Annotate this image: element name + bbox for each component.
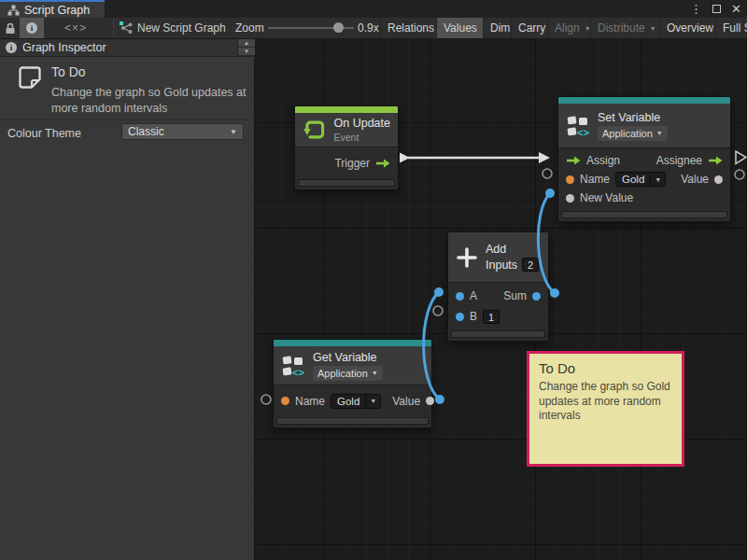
chevron-down-icon: ▼ xyxy=(650,25,656,32)
port-trigger-label: Trigger xyxy=(334,157,370,170)
inspector-note-body: Change the graph so Gold updates at more… xyxy=(51,85,251,117)
value-output-port[interactable] xyxy=(714,175,723,184)
port-value-label: Value xyxy=(392,395,420,408)
divider xyxy=(0,119,255,120)
node-footer xyxy=(451,330,545,338)
node-accent-bar xyxy=(274,340,431,346)
node-on-update[interactable]: On Update Event Trigger xyxy=(294,105,399,190)
variable-scope-select[interactable]: Application ▼ xyxy=(313,366,383,381)
distribute-dropdown[interactable]: Distribute ▼ xyxy=(590,18,663,38)
flow-input-port[interactable] xyxy=(566,156,581,165)
a-input-port[interactable] xyxy=(456,292,464,301)
panel-spinners: ▲ ▼ xyxy=(237,39,254,57)
code-preview-button[interactable]: <×> xyxy=(56,18,95,38)
sticky-note[interactable]: To Do Change the graph so Gold updates a… xyxy=(527,351,684,467)
chevron-down-icon: ▼ xyxy=(372,370,378,376)
graph-inspector-header: i Graph Inspector xyxy=(0,39,255,57)
chevron-down-icon: ▼ xyxy=(656,130,663,136)
connection-trigger-to-assign[interactable] xyxy=(400,152,550,163)
inspector-toggle-button[interactable]: i xyxy=(20,18,44,38)
variable-name-select[interactable]: Gold ▼ xyxy=(615,172,666,187)
name-input-port[interactable] xyxy=(566,175,574,184)
on-update-loop-icon xyxy=(303,118,327,142)
overview-button[interactable]: Overview xyxy=(659,18,720,38)
node-set-variable[interactable]: <> Set Variable Application ▼ Assign Ass… xyxy=(557,96,731,222)
proxy-port-circle[interactable] xyxy=(735,170,744,179)
node-accent-bar xyxy=(295,106,398,113)
name-input-port[interactable] xyxy=(281,397,289,405)
port-name-label: Name xyxy=(295,395,325,408)
node-subtitle: Event xyxy=(334,132,390,143)
chevron-down-icon: ▼ xyxy=(230,128,237,136)
proxy-port-circle[interactable] xyxy=(261,395,271,404)
node-add[interactable]: Add Inputs 2 A Sum B 1 xyxy=(447,231,549,342)
svg-text:<>: <> xyxy=(577,127,589,138)
relations-button[interactable]: Relations xyxy=(380,18,441,38)
sticky-note-body: Change the graph so Gold updates at more… xyxy=(539,380,681,424)
tab-title: Script Graph xyxy=(24,4,90,17)
colour-theme-select[interactable]: Classic ▼ xyxy=(121,123,244,140)
port-sum-label: Sum xyxy=(503,289,527,302)
title-bar: Script Graph ⋮ ✕ xyxy=(0,0,747,18)
sum-output-port[interactable] xyxy=(532,292,541,301)
value-output-port[interactable] xyxy=(426,397,434,405)
carry-button[interactable]: Carry xyxy=(511,18,552,38)
b-input-port[interactable] xyxy=(456,313,464,321)
node-footer xyxy=(561,211,727,218)
graph-canvas[interactable]: On Update Event Trigger <> xyxy=(255,39,747,560)
flow-output-port[interactable] xyxy=(708,156,723,165)
colour-theme-label: Colour Theme xyxy=(7,127,81,140)
port-b-label: B xyxy=(470,310,477,323)
spinner-down-icon[interactable]: ▼ xyxy=(238,48,255,56)
graph-inspector-panel: i Graph Inspector ▲ ▼ To Do Change the g… xyxy=(0,39,255,560)
zoom-value: 0.9x xyxy=(358,21,379,35)
inputs-count-field[interactable]: 2 xyxy=(522,258,539,272)
toolbar-divider xyxy=(113,20,114,36)
tab-script-graph[interactable]: Script Graph xyxy=(0,0,105,18)
svg-text:<>: <> xyxy=(292,367,304,378)
new-value-input-port[interactable] xyxy=(566,194,574,203)
code-icon: <×> xyxy=(64,21,87,35)
window-menu-icon[interactable]: ⋮ xyxy=(690,0,702,18)
graph-title[interactable]: New Script Graph xyxy=(137,21,226,35)
node-get-variable[interactable]: <> Get Variable Application ▼ Name Gold … xyxy=(273,339,432,428)
lock-icon xyxy=(5,22,16,35)
node-title: Set Variable xyxy=(598,111,668,124)
variables-icon: <> xyxy=(281,354,305,378)
lock-button[interactable] xyxy=(0,18,20,38)
window-maximize-icon[interactable] xyxy=(712,5,721,13)
info-icon: i xyxy=(26,22,37,34)
port-name-label: Name xyxy=(580,173,610,186)
sticky-note-title: To Do xyxy=(539,360,672,376)
zoom-slider-handle[interactable] xyxy=(333,22,344,33)
chevron-down-icon: ▼ xyxy=(650,173,665,186)
node-title: Get Variable xyxy=(313,351,383,364)
node-accent-bar xyxy=(558,97,730,104)
variable-scope-select[interactable]: Application ▼ xyxy=(598,126,668,141)
toolbar: i <×> New Script Graph Zoom 0.9x Relatio… xyxy=(0,18,747,39)
plus-icon xyxy=(456,246,478,269)
proxy-port-circle[interactable] xyxy=(433,306,443,315)
node-footer xyxy=(298,179,395,187)
zoom-label: Zoom xyxy=(235,21,264,35)
info-icon: i xyxy=(6,42,17,53)
port-assign-label: Assign xyxy=(586,154,620,167)
node-footer xyxy=(276,417,429,425)
fullscreen-button[interactable]: Full Screen xyxy=(715,18,747,38)
script-graph-icon xyxy=(120,21,134,35)
flow-output-port[interactable] xyxy=(375,159,390,168)
port-new-value-label: New Value xyxy=(580,191,633,204)
variables-icon: <> xyxy=(566,114,590,138)
variable-name-select[interactable]: Gold ▼ xyxy=(331,394,381,409)
node-title: Add xyxy=(486,243,539,256)
window-close-icon[interactable]: ✕ xyxy=(731,0,741,18)
spinner-up-icon[interactable]: ▲ xyxy=(238,39,255,48)
b-value-field[interactable]: 1 xyxy=(483,310,500,324)
proxy-port-circle[interactable] xyxy=(543,169,552,178)
proxy-flow-triangle[interactable] xyxy=(736,151,746,164)
inputs-label: Inputs xyxy=(486,259,517,272)
values-button[interactable]: Values xyxy=(436,18,484,38)
graph-tree-icon xyxy=(7,5,20,16)
port-value-label: Value xyxy=(681,173,709,186)
panel-title: Graph Inspector xyxy=(22,41,231,54)
